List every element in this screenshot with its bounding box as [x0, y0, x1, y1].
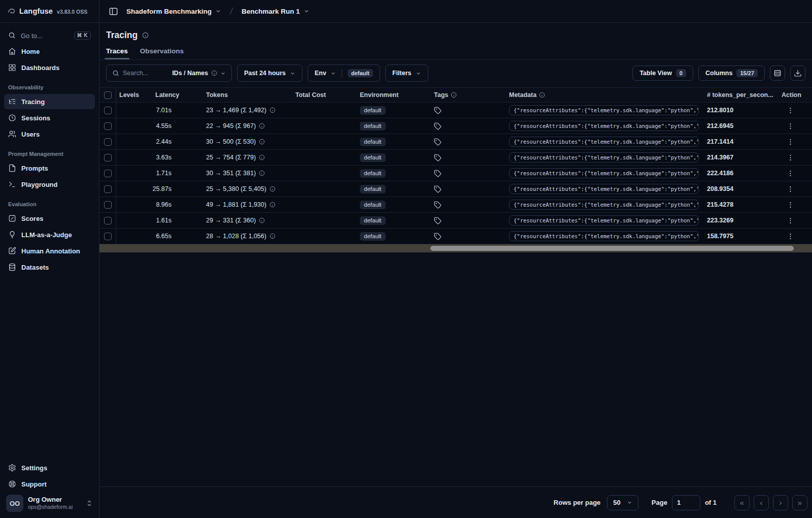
table-row[interactable]: 1.61s 29 → 331 (Σ 360) default — [99, 213, 812, 229]
breadcrumb-project[interactable]: Benchmark Run 1 — [242, 8, 310, 15]
info-icon[interactable] — [269, 233, 276, 239]
breadcrumb-org[interactable]: Shadeform Benchmarking — [126, 8, 221, 15]
header-environment[interactable]: Environment — [357, 88, 431, 102]
tag-icon[interactable] — [434, 185, 442, 193]
info-icon[interactable] — [142, 32, 149, 39]
info-icon[interactable] — [259, 154, 265, 160]
page-number-input[interactable] — [672, 495, 700, 510]
row-checkbox[interactable] — [104, 154, 112, 161]
tag-icon[interactable] — [434, 122, 442, 130]
columns-button[interactable]: Columns 15/27 — [698, 66, 765, 81]
select-all-checkbox[interactable] — [104, 91, 112, 99]
header-tokens-per-second[interactable]: # tokens_per_secon... — [704, 88, 779, 102]
info-icon[interactable] — [269, 107, 276, 113]
tab-observations[interactable]: Observations — [140, 47, 184, 59]
time-range-button[interactable]: Past 24 hours — [237, 64, 302, 82]
sidebar-item-users[interactable]: Users — [4, 126, 95, 142]
table-row[interactable]: 2.44s 30 → 500 (Σ 530) default — [99, 134, 812, 150]
previous-page-button[interactable]: ‹ — [754, 495, 769, 510]
env-filter-button[interactable]: Env default — [308, 64, 380, 82]
row-checkbox[interactable] — [104, 201, 112, 209]
row-actions-button[interactable] — [787, 138, 794, 146]
sidebar-item-playground[interactable]: Playground — [4, 177, 95, 192]
row-actions-button[interactable] — [787, 170, 794, 177]
header-total-cost[interactable]: Total Cost — [292, 88, 357, 102]
row-checkbox[interactable] — [104, 233, 112, 240]
metadata-pill[interactable]: {"resourceAttributes":{"telemetry.sdk.la… — [509, 137, 699, 147]
table-view-button[interactable]: Table View 0 — [632, 66, 693, 81]
tag-icon[interactable] — [434, 217, 442, 224]
goto-search-button[interactable]: Go to... ⌘ K — [4, 28, 95, 43]
sidebar-item-prompts[interactable]: Prompts — [4, 160, 95, 176]
table-row[interactable]: 7.01s 23 → 1,469 (Σ 1,492) default — [99, 103, 812, 118]
info-icon[interactable] — [259, 139, 265, 145]
metadata-pill[interactable]: {"resourceAttributes":{"telemetry.sdk.la… — [509, 121, 699, 131]
sidebar-toggle-button[interactable] — [106, 4, 120, 18]
header-tokens[interactable]: Tokens — [203, 88, 292, 102]
metadata-pill[interactable]: {"resourceAttributes":{"telemetry.sdk.la… — [509, 215, 699, 225]
sidebar-item-home[interactable]: Home — [4, 44, 95, 59]
metadata-pill[interactable]: {"resourceAttributes":{"telemetry.sdk.la… — [509, 168, 699, 178]
metadata-pill[interactable]: {"resourceAttributes":{"telemetry.sdk.la… — [509, 184, 699, 194]
sidebar-item-llm-as-a-judge[interactable]: LLM-as-a-Judge — [4, 227, 95, 242]
table-row[interactable]: 4.55s 22 → 945 (Σ 967) default — [99, 118, 812, 134]
metadata-pill[interactable]: {"resourceAttributes":{"telemetry.sdk.la… — [509, 105, 699, 115]
info-icon[interactable] — [269, 202, 276, 208]
row-actions-button[interactable] — [787, 122, 794, 130]
info-icon[interactable] — [259, 170, 265, 176]
header-tags[interactable]: Tags — [431, 88, 506, 102]
metadata-pill[interactable]: {"resourceAttributes":{"telemetry.sdk.la… — [509, 200, 699, 210]
horizontal-scrollbar-track[interactable] — [99, 244, 812, 252]
sidebar-item-human-annotation[interactable]: Human Annotation — [4, 243, 95, 258]
row-checkbox[interactable] — [104, 170, 112, 177]
row-actions-button[interactable] — [787, 201, 794, 209]
search-scope-select[interactable]: IDs / Names — [172, 70, 226, 77]
sidebar-item-sessions[interactable]: Sessions — [4, 110, 95, 125]
header-metadata[interactable]: Metadata — [506, 88, 704, 102]
row-actions-button[interactable] — [787, 217, 794, 224]
sidebar-item-datasets[interactable]: Datasets — [4, 260, 95, 275]
row-actions-button[interactable] — [787, 154, 794, 161]
info-icon[interactable] — [269, 186, 276, 192]
export-button[interactable] — [790, 66, 805, 81]
info-icon[interactable] — [259, 123, 265, 129]
table-row[interactable]: 6.65s 28 → 1,028 (Σ 1,056) default — [99, 229, 812, 244]
rows-per-page-select[interactable]: 50 — [607, 495, 638, 510]
sidebar-item-dashboards[interactable]: Dashboards — [4, 60, 95, 75]
header-latency[interactable]: Latency — [152, 88, 203, 102]
row-checkbox[interactable] — [104, 217, 112, 224]
header-levels[interactable]: Levels — [116, 88, 152, 102]
search-input[interactable] — [123, 70, 160, 77]
user-menu[interactable]: OO Org Owner ops@shadeform.ai — [4, 492, 95, 512]
table-row[interactable]: 25.87s 25 → 5,380 (Σ 5,405) default — [99, 181, 812, 197]
tag-icon[interactable] — [434, 107, 442, 114]
row-checkbox[interactable] — [104, 138, 112, 146]
sidebar-item-support[interactable]: Support — [4, 476, 95, 492]
tag-icon[interactable] — [434, 170, 442, 177]
tag-icon[interactable] — [434, 233, 442, 240]
table-row[interactable]: 3.63s 25 → 754 (Σ 779) default — [99, 150, 812, 166]
horizontal-scrollbar-thumb[interactable] — [430, 246, 794, 251]
first-page-button[interactable]: « — [734, 495, 750, 510]
metadata-pill[interactable]: {"resourceAttributes":{"telemetry.sdk.la… — [509, 231, 699, 241]
info-icon[interactable] — [259, 217, 265, 223]
row-actions-button[interactable] — [787, 107, 794, 114]
row-height-button[interactable] — [770, 66, 785, 81]
row-checkbox[interactable] — [104, 107, 112, 114]
sidebar-item-settings[interactable]: Settings — [4, 460, 95, 475]
filters-button[interactable]: Filters — [385, 64, 428, 82]
tag-icon[interactable] — [434, 154, 442, 161]
row-actions-button[interactable] — [787, 233, 794, 240]
metadata-pill[interactable]: {"resourceAttributes":{"telemetry.sdk.la… — [509, 152, 699, 163]
tag-icon[interactable] — [434, 138, 442, 146]
row-actions-button[interactable] — [787, 185, 794, 193]
row-checkbox[interactable] — [104, 185, 112, 193]
row-checkbox[interactable] — [104, 122, 112, 130]
sidebar-item-scores[interactable]: Scores — [4, 211, 95, 226]
table-row[interactable]: 8.96s 49 → 1,881 (Σ 1,930) default — [99, 197, 812, 213]
next-page-button[interactable]: › — [773, 495, 788, 510]
sidebar-item-tracing[interactable]: Tracing — [4, 94, 95, 109]
tag-icon[interactable] — [434, 201, 442, 209]
table-row[interactable]: 1.71s 30 → 351 (Σ 381) default — [99, 166, 812, 181]
last-page-button[interactable]: » — [792, 495, 807, 510]
